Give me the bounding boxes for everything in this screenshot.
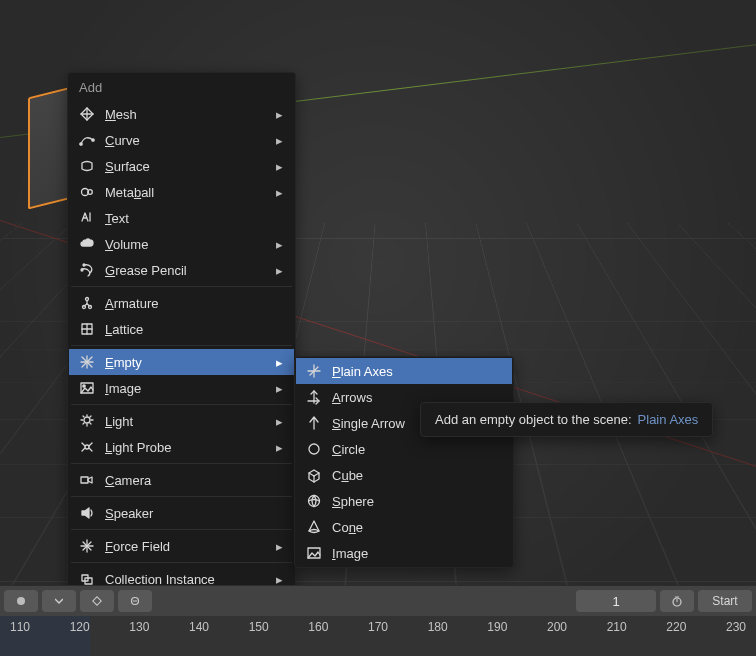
menu-item-label: Surface [105,159,264,174]
add-menu-item-camera[interactable]: Camera [69,467,294,493]
menu-item-label: Text [105,211,284,226]
tooltip: Add an empty object to the scene: Plain … [420,402,713,437]
key-remove-button[interactable] [118,590,152,612]
timer-button[interactable] [660,590,694,612]
menu-item-label: Mesh [105,107,264,122]
armature-icon [79,295,95,311]
record-button[interactable] [4,590,38,612]
tooltip-text: Add an empty object to the scene: [435,412,632,427]
timeline-tick: 140 [189,620,209,634]
svg-point-8 [83,264,85,266]
menu-separator [71,496,292,497]
camera-icon [79,472,95,488]
menu-separator [71,463,292,464]
svg-point-35 [85,445,89,449]
add-menu-item-image[interactable]: Image▸ [69,375,294,401]
menu-item-label: Sphere [332,494,502,509]
menu-item-label: Cube [332,468,502,483]
timeline-tick: 130 [129,620,149,634]
timeline-tick: 220 [666,620,686,634]
menu-item-label: Image [332,546,502,561]
image-empty-icon [306,545,322,561]
single-arrow-icon [306,415,322,431]
svg-line-29 [90,416,91,417]
empty-submenu-item-sphere[interactable]: Sphere [296,488,512,514]
lightprobe-icon [79,439,95,455]
menu-item-label: Plain Axes [332,364,502,379]
timeline-tick: 210 [607,620,627,634]
add-menu-item-armature[interactable]: Armature [69,290,294,316]
svg-line-34 [89,448,92,451]
menu-separator [71,404,292,405]
menu-item-label: Speaker [105,506,284,521]
add-menu-item-force-field[interactable]: Force Field▸ [69,533,294,559]
svg-line-33 [82,448,85,451]
metaball-icon [79,184,95,200]
add-menu-item-speaker[interactable]: Speaker [69,500,294,526]
submenu-chevron-icon: ▸ [274,133,284,148]
grease-icon [79,262,95,278]
submenu-chevron-icon: ▸ [274,159,284,174]
surface-icon [79,158,95,174]
volume-icon [79,236,95,252]
submenu-chevron-icon: ▸ [274,539,284,554]
add-menu-item-light-probe[interactable]: Light Probe▸ [69,434,294,460]
sphere-icon [306,493,322,509]
add-menu-item-light[interactable]: Light▸ [69,408,294,434]
add-menu-item-mesh[interactable]: Mesh▸ [69,101,294,127]
empty-submenu-item-cone[interactable]: Cone [296,514,512,540]
add-menu: Add Mesh▸Curve▸Surface▸Metaball▸TextVolu… [67,72,296,594]
submenu-chevron-icon: ▸ [274,440,284,455]
submenu-chevron-icon: ▸ [274,185,284,200]
menu-item-label: Metaball [105,185,264,200]
timeline-tick: 110 [10,620,30,634]
empty-submenu-item-cube[interactable]: Cube [296,462,512,488]
timeline-toolbar: 1 Start [0,585,756,616]
timeline-tick: 150 [249,620,269,634]
timeline-tick: 230 [726,620,746,634]
svg-line-28 [90,423,91,424]
curve-icon [79,132,95,148]
menu-separator [71,345,292,346]
mesh-icon [79,106,95,122]
menu-item-label: Camera [105,473,284,488]
svg-point-46 [309,444,319,454]
menu-item-label: Grease Pencil [105,263,264,278]
timeline-ruler[interactable]: 110120130140150160170180190200210220230 [0,616,756,656]
timeline-tick: 120 [70,620,90,634]
submenu-chevron-icon: ▸ [274,263,284,278]
menu-item-label: Image [105,381,264,396]
dropdown-1[interactable] [42,590,76,612]
timeline-tick: 200 [547,620,567,634]
add-menu-item-curve[interactable]: Curve▸ [69,127,294,153]
empty-submenu-item-circle[interactable]: Circle [296,436,512,462]
current-frame-field[interactable]: 1 [576,590,656,612]
add-menu-item-lattice[interactable]: Lattice [69,316,294,342]
start-frame-label[interactable]: Start [698,590,752,612]
timeline-tick: 180 [428,620,448,634]
empty-submenu-item-plain-axes[interactable]: Plain Axes [296,358,512,384]
timeline-tick: 170 [368,620,388,634]
add-menu-item-metaball[interactable]: Metaball▸ [69,179,294,205]
menu-item-label: Light Probe [105,440,264,455]
add-menu-item-volume[interactable]: Volume▸ [69,231,294,257]
svg-line-27 [83,416,84,417]
menu-separator [71,529,292,530]
cone-icon [306,519,322,535]
timeline-tick: 160 [308,620,328,634]
circle-icon [306,441,322,457]
lattice-icon [79,321,95,337]
add-menu-item-empty[interactable]: Empty▸ [69,349,294,375]
selected-cube-object[interactable] [28,87,72,210]
keying-button[interactable] [80,590,114,612]
add-menu-item-surface[interactable]: Surface▸ [69,153,294,179]
add-menu-item-grease-pencil[interactable]: Grease Pencil▸ [69,257,294,283]
current-frame-value: 1 [612,594,619,609]
svg-point-50 [309,496,320,507]
empty-submenu-item-image[interactable]: Image [296,540,512,566]
submenu-chevron-icon: ▸ [274,107,284,122]
start-label: Start [712,594,737,608]
svg-line-32 [89,443,92,446]
submenu-chevron-icon: ▸ [274,381,284,396]
add-menu-item-text[interactable]: Text [69,205,294,231]
